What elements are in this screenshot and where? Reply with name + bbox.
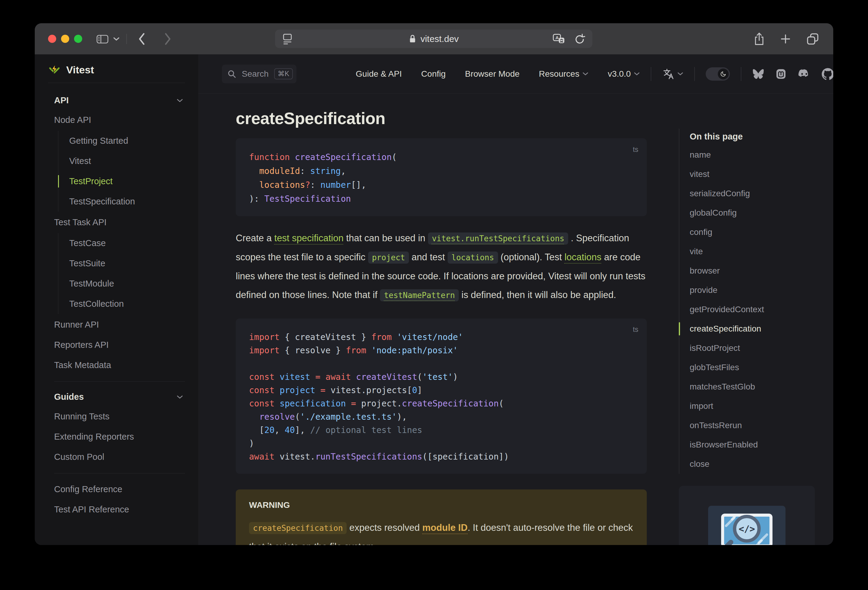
code-content: function createSpecification( moduleId: … <box>249 150 633 206</box>
sidebar-item[interactable]: Extending Reporters <box>54 427 185 447</box>
theme-toggle[interactable] <box>706 67 730 81</box>
sidebar-item[interactable]: Config Reference <box>54 479 185 499</box>
doc-content: createSpecification ts function createSp… <box>236 94 647 545</box>
github-icon[interactable] <box>822 68 833 80</box>
discord-icon[interactable] <box>797 68 811 80</box>
sponsor-image: </> <box>708 506 785 545</box>
logo-title: Vitest <box>66 64 94 76</box>
sidebar-guides-links: Running TestsExtending ReportersCustom P… <box>54 406 185 467</box>
outline: On this page namevitestserializedConfigg… <box>679 129 833 474</box>
zoom-button[interactable] <box>74 35 82 43</box>
chevron-down-icon <box>634 72 640 76</box>
share-icon[interactable] <box>753 32 765 46</box>
sponsor-card[interactable]: </> <box>679 486 815 545</box>
language-button[interactable] <box>662 68 683 80</box>
chevron-down-icon <box>677 72 683 76</box>
reader-view-icon[interactable] <box>282 33 292 45</box>
sidebar-item[interactable]: TestModule <box>69 274 185 294</box>
outline-aside: On this page namevitestserializedConfigg… <box>679 94 833 545</box>
sidebar-group-test-task: TestCaseTestSuiteTestModuleTestCollectio… <box>58 233 185 314</box>
nav-link[interactable]: Config <box>421 69 446 79</box>
outline-item[interactable]: config <box>690 222 833 242</box>
outline-item[interactable]: import <box>690 396 833 416</box>
outline-item[interactable]: globTestFiles <box>690 358 833 377</box>
address-bar[interactable]: vitest.dev A <box>275 29 592 48</box>
sidebar-item-test-task-api[interactable]: Test Task API <box>54 212 185 232</box>
code-lang-badge: ts <box>633 143 638 156</box>
sidebar-item[interactable]: Reporters API <box>54 335 185 355</box>
nav-links: Guide & API Config Browser Mode Resource… <box>356 69 640 79</box>
search-label: Search <box>242 69 269 79</box>
logo[interactable]: Vitest <box>48 57 185 83</box>
site-content: Vitest API Node API Getting StartedVites… <box>35 54 833 545</box>
site-navbar: Search ⌘K Guide & API Config Browser Mod… <box>198 54 833 94</box>
nav-link[interactable]: v3.0.0 <box>608 69 640 79</box>
new-tab-icon[interactable] <box>779 33 791 45</box>
sidebar-item[interactable]: TestCase <box>69 233 185 253</box>
nav-link[interactable]: Browser Mode <box>465 69 520 79</box>
toolbar-divider <box>126 34 127 44</box>
sidebar-chevron-icon[interactable] <box>113 37 120 41</box>
outline-item[interactable]: matchesTestGlob <box>690 377 833 396</box>
sidebar-item[interactable]: TestCollection <box>69 294 185 314</box>
warning-text: createSpecification expects resolved mod… <box>249 518 633 545</box>
outline-item[interactable]: browser <box>690 261 833 281</box>
outline-item[interactable]: name <box>690 145 833 165</box>
nav-link[interactable]: Guide & API <box>356 69 402 79</box>
sidebar-item[interactable]: Test API Reference <box>54 499 185 519</box>
search-button[interactable]: Search ⌘K <box>222 65 297 83</box>
magnifier-code-icon: </> <box>733 515 761 543</box>
close-button[interactable] <box>48 35 56 43</box>
outline-item[interactable]: onTestsRerun <box>690 416 833 435</box>
sidebar-item[interactable]: TestSpecification <box>69 191 185 212</box>
outline-item[interactable]: createSpecification <box>690 319 833 338</box>
page-body: createSpecification ts function createSp… <box>198 94 833 545</box>
reload-icon[interactable] <box>574 33 585 45</box>
sidebar-item[interactable]: Vitest <box>69 151 185 171</box>
outline-item[interactable]: vite <box>690 242 833 261</box>
search-icon <box>227 69 236 78</box>
outline-item[interactable]: getProvidedContext <box>690 300 833 319</box>
sidebar-item[interactable]: Running Tests <box>54 406 185 427</box>
description-paragraph: Create a test specification that can be … <box>236 229 647 305</box>
sidebar-item[interactable]: Task Metadata <box>54 355 185 375</box>
outline-item[interactable]: vitest <box>690 165 833 184</box>
search-kbd: ⌘K <box>274 68 293 79</box>
chevron-down-icon <box>177 99 183 103</box>
outline-item[interactable]: globalConfig <box>690 203 833 222</box>
lock-icon <box>409 34 416 44</box>
outline-title: On this page <box>690 129 833 145</box>
sidebar-section-api[interactable]: API <box>54 91 185 110</box>
code-block-signature[interactable]: ts function createSpecification( moduleI… <box>236 138 647 216</box>
theme-toggle-knob <box>718 69 729 79</box>
nav-link[interactable]: Resources <box>539 69 588 79</box>
sidebar-item[interactable]: Runner API <box>54 315 185 335</box>
sidebar-group-node-api: Getting StartedVitestTestProjectTestSpec… <box>58 131 185 212</box>
sidebar-item-node-api[interactable]: Node API <box>54 110 185 130</box>
outline-item[interactable]: isRootProject <box>690 338 833 358</box>
sidebar-item[interactable]: Getting Started <box>69 131 185 151</box>
outline-item[interactable]: close <box>690 455 833 474</box>
bluesky-icon[interactable] <box>752 69 764 79</box>
mastodon-icon[interactable] <box>775 68 787 80</box>
warning-callout: WARNING createSpecification expects reso… <box>236 490 647 545</box>
sidebar-section-guides[interactable]: Guides <box>54 387 185 406</box>
outline-item[interactable]: serializedConfig <box>690 184 833 203</box>
page-title: createSpecification <box>236 109 647 128</box>
sidebar-item[interactable]: TestSuite <box>69 253 185 274</box>
minimize-button[interactable] <box>61 35 69 43</box>
sidebar-toggle-icon[interactable] <box>96 34 109 44</box>
outline-item[interactable]: provide <box>690 281 833 300</box>
nav-divider <box>651 67 651 81</box>
outline-items: namevitestserializedConfigglobalConfigco… <box>690 145 833 474</box>
browser-window: vitest.dev A <box>35 23 833 545</box>
sidebar-item[interactable]: TestProject <box>69 171 185 191</box>
translate-icon[interactable]: A <box>552 33 565 45</box>
code-block-example[interactable]: ts import { createVitest } from 'vitest/… <box>236 319 647 474</box>
outline-item[interactable]: isBrowserEnabled <box>690 435 833 455</box>
tab-overview-icon[interactable] <box>806 32 819 46</box>
sidebar-item[interactable]: Custom Pool <box>54 447 185 467</box>
chevron-down-icon <box>582 72 588 76</box>
back-button[interactable] <box>138 32 146 45</box>
forward-button[interactable] <box>164 32 172 45</box>
